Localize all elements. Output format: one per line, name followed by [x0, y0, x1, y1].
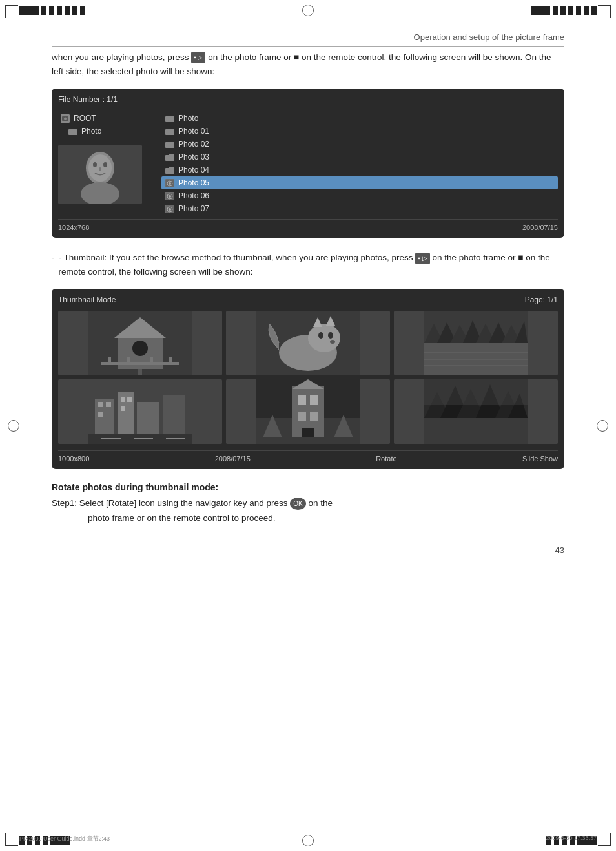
thumb-cell-4	[58, 379, 222, 444]
svg-point-31	[308, 324, 340, 352]
ok-button-icon: OK	[290, 498, 305, 510]
svg-rect-85	[424, 379, 528, 405]
file-item-photo05: Photo 05	[161, 176, 558, 189]
left-circle-mark	[8, 420, 19, 432]
file-item-photo03: Photo 03	[161, 151, 558, 163]
page-header-text: Operation and setup of the picture frame	[414, 32, 564, 42]
photo-folder-label: Photo	[81, 127, 101, 136]
deco-block-r4	[568, 6, 573, 15]
thumbnail-mode-screen: Thumbnail Mode Page: 1/1	[52, 289, 564, 469]
svg-rect-54	[137, 402, 159, 437]
body-text-1a: when you are playing photos, press	[52, 52, 189, 62]
main-content: Operation and setup of the picture frame…	[0, 0, 616, 594]
thumbnail-grid	[58, 311, 558, 444]
thumb-cell-5	[226, 379, 390, 444]
svg-point-2	[64, 117, 67, 120]
file-item-photo01: Photo 01	[161, 125, 558, 138]
svg-rect-60	[127, 397, 132, 402]
deco-block-5	[65, 6, 70, 15]
photo-folder-item: Photo	[58, 125, 155, 138]
svg-rect-59	[121, 397, 125, 402]
file-resolution: 1024x768	[58, 224, 89, 231]
svg-point-12	[169, 182, 171, 185]
svg-rect-78	[424, 418, 528, 444]
thumbnail-intro-text: - Thumbnail: If you set the browse metho…	[59, 251, 565, 278]
svg-rect-52	[95, 399, 114, 437]
deco-block-4	[57, 6, 62, 15]
photo-preview-thumbnail	[58, 145, 142, 204]
file-tree-left: ROOT Photo	[58, 112, 161, 215]
svg-point-15	[169, 195, 171, 198]
svg-rect-26	[127, 357, 130, 365]
deco-left-pattern	[19, 6, 85, 15]
file-browser-screen: File Number : 1/1 ROOT	[52, 89, 564, 238]
bottom-bar: PIX2000 User Guide.indd 章节2:43 2009-6-30…	[19, 835, 597, 843]
svg-point-22	[132, 341, 148, 356]
deco-right-pattern	[531, 6, 597, 15]
svg-rect-58	[98, 412, 103, 417]
thumb-slideshow: Slide Show	[522, 455, 558, 463]
svg-rect-61	[121, 406, 125, 411]
thumb-cell-6	[394, 379, 558, 444]
root-item: ROOT	[58, 112, 155, 125]
svg-point-8	[99, 167, 101, 171]
file-number-label: File Number : 1/1	[58, 95, 118, 104]
deco-center	[85, 5, 531, 16]
page-number: 43	[52, 545, 564, 555]
deco-block-2	[41, 6, 46, 15]
deco-block-6	[72, 6, 77, 15]
folder-icon-left	[68, 128, 77, 135]
file-item-photo06: Photo 06	[161, 189, 558, 202]
thumbnail-page-label: Page: 1/1	[525, 295, 558, 304]
rotate-heading: Rotate photos during thumbnail mode:	[52, 482, 564, 492]
thumbnail-mode-label: Thumbnail Mode	[58, 295, 116, 304]
svg-point-35	[328, 332, 333, 339]
file-date: 2008/07/15	[522, 224, 558, 231]
corner-mark-tr	[598, 5, 611, 18]
pause-button-icon-2: ▪ ▷	[415, 253, 429, 264]
svg-rect-24	[101, 362, 179, 365]
deco-block-r1	[531, 6, 550, 15]
svg-rect-28	[169, 357, 172, 365]
deco-block-1	[19, 6, 39, 15]
step1-label: Step1:	[52, 498, 77, 508]
file-item-photo07: Photo 07	[161, 202, 558, 215]
pause-button-icon: ▪ ▷	[191, 52, 205, 63]
svg-rect-72	[298, 412, 306, 421]
file-number-header: File Number : 1/1	[58, 95, 558, 107]
svg-point-18	[169, 208, 171, 211]
thumbnail-screen-header: Thumbnail Mode Page: 1/1	[58, 295, 558, 304]
thumb-cell-1	[58, 311, 222, 375]
svg-rect-56	[98, 402, 103, 407]
file-item-photo04: Photo 04	[161, 163, 558, 176]
svg-point-6	[93, 162, 97, 167]
deco-block-7	[80, 6, 85, 15]
root-label: ROOT	[74, 114, 96, 123]
deco-block-3	[49, 6, 54, 15]
step1-text-content: Select [Rotate] icon using the navigator…	[79, 498, 333, 508]
step1-text: Step1: Select [Rotate] icon using the na…	[52, 496, 564, 511]
svg-rect-73	[310, 412, 318, 421]
file-browser-footer: 1024x768 2008/07/15	[58, 219, 558, 231]
page-header: Operation and setup of the picture frame	[52, 32, 564, 47]
svg-rect-70	[298, 395, 306, 405]
svg-rect-25	[108, 357, 111, 365]
deco-circle-top	[302, 5, 314, 16]
thumb-date: 2008/07/15	[215, 455, 251, 463]
footer-right-text: 2009-6-30 17:33:37	[546, 835, 597, 843]
svg-point-36	[330, 340, 335, 344]
right-circle-mark	[597, 420, 608, 432]
file-browser-content: ROOT Photo	[58, 112, 558, 215]
thumb-resolution: 1000x800	[58, 455, 89, 463]
body-paragraph-1: when you are playing photos, press ▪ ▷ o…	[52, 50, 564, 78]
deco-block-r6	[584, 6, 589, 15]
thumbnail-bullet-line: - - Thumbnail: If you set the browse met…	[52, 251, 564, 278]
top-decoration	[0, 0, 616, 21]
thumb-cell-3	[394, 311, 558, 375]
file-item-photo02: Photo 02	[161, 138, 558, 151]
deco-block-r5	[576, 6, 581, 15]
svg-point-34	[318, 332, 323, 339]
svg-rect-57	[106, 402, 111, 407]
root-icon	[61, 114, 70, 123]
thumb-rotate: Rotate	[376, 455, 396, 463]
